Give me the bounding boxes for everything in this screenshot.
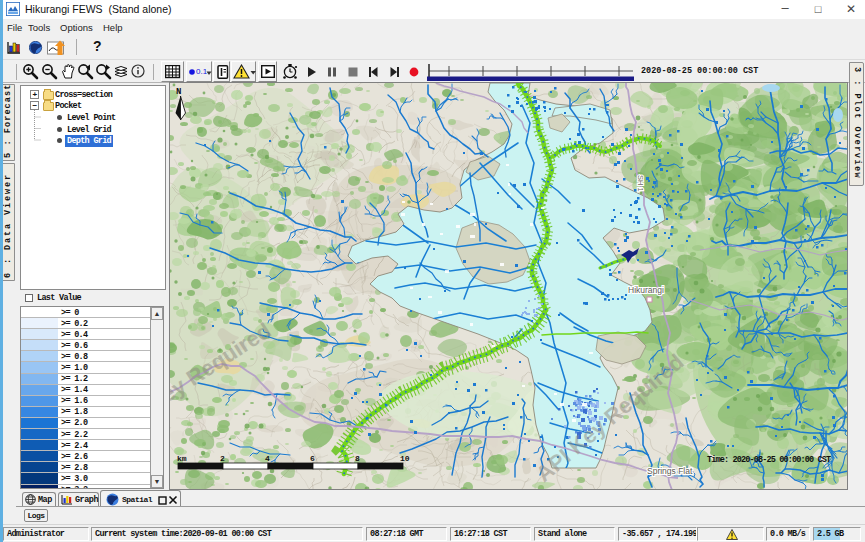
svg-text:Hikurangi: Hikurangi (628, 285, 664, 295)
svg-text:Time: 2020-08-25 00:00:00 CST: Time: 2020-08-25 00:00:00 CST (707, 455, 831, 465)
svg-text:N: N (176, 87, 181, 97)
svg-text:10: 10 (400, 454, 410, 463)
svg-text:Springs Flat: Springs Flat (647, 466, 693, 476)
svg-text:4: 4 (265, 454, 270, 463)
svg-text:SH 1: SH 1 (636, 175, 645, 192)
svg-text:2: 2 (220, 454, 225, 463)
svg-text:km: km (177, 454, 187, 463)
svg-text:8: 8 (355, 454, 360, 463)
svg-text:6: 6 (310, 454, 315, 463)
